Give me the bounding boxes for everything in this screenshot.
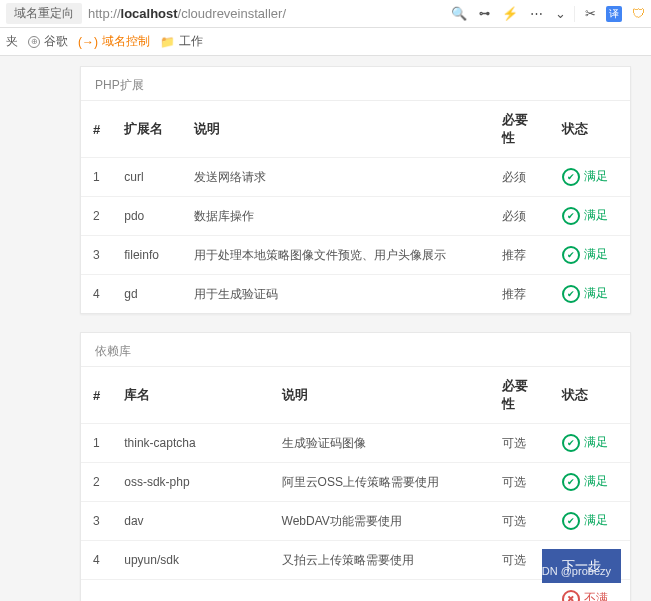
main-content: PHP扩展 # 扩展名 说明 必要性 状态 1curl发送网络请求必须满足2pd… <box>0 56 651 601</box>
cell-index: 3 <box>81 502 112 541</box>
cell-desc: 又拍云上传策略需要使用 <box>270 541 490 580</box>
status-badge: 满足 <box>562 474 608 488</box>
cell-requirement: 可选 <box>490 424 550 463</box>
bookmark-google[interactable]: ⊕谷歌 <box>28 33 68 50</box>
bracket-icon: (→) <box>78 35 98 49</box>
status-badge: 满足 <box>562 286 608 300</box>
cell-desc: WebDAV功能需要使用 <box>270 502 490 541</box>
cell-name: oss-sdk-php <box>112 463 269 502</box>
cell-index: 4 <box>81 275 112 314</box>
address-label: 域名重定向 <box>6 3 82 24</box>
bookmark-item[interactable]: 夹 <box>6 33 18 50</box>
cell-desc: 用于生成验证码 <box>182 275 490 314</box>
cell-status: 满足 <box>550 236 630 275</box>
col-name: 库名 <box>112 367 269 424</box>
cell-name: curl <box>112 158 182 197</box>
cell-name: googleauthenticator <box>112 580 269 602</box>
cell-name: dav <box>112 502 269 541</box>
bookmark-domain[interactable]: (→)域名控制 <box>78 33 150 50</box>
status-badge: 不满足 <box>562 591 608 601</box>
php-extensions-table: # 扩展名 说明 必要性 状态 1curl发送网络请求必须满足2pdo数据库操作… <box>81 100 630 313</box>
status-badge: 满足 <box>562 435 608 449</box>
more-icon[interactable]: ⋯ <box>530 6 543 21</box>
globe-icon: ⊕ <box>28 36 40 48</box>
cell-index: 5 <box>81 580 112 602</box>
browser-address-bar: 域名重定向 http://localhost/cloudreveinstalle… <box>0 0 651 28</box>
shield-icon[interactable]: 🛡 <box>632 6 645 21</box>
table-row: 2pdo数据库操作必须满足 <box>81 197 630 236</box>
cell-desc: 生成验证码图像 <box>270 424 490 463</box>
cell-index: 2 <box>81 197 112 236</box>
cell-desc: 发送网络请求 <box>182 158 490 197</box>
cell-status: 满足 <box>550 502 630 541</box>
cell-index: 4 <box>81 541 112 580</box>
table-header-row: # 库名 说明 必要性 状态 <box>81 367 630 424</box>
cell-index: 2 <box>81 463 112 502</box>
col-desc: 说明 <box>182 101 490 158</box>
table-row: 4gd用于生成验证码推荐满足 <box>81 275 630 314</box>
col-index: # <box>81 367 112 424</box>
folder-icon: 📁 <box>160 35 175 49</box>
table-row: 2oss-sdk-php阿里云OSS上传策略需要使用可选满足 <box>81 463 630 502</box>
extension-icons: ✂ 译 🛡 <box>574 6 645 22</box>
cell-requirement: 可选 <box>490 502 550 541</box>
cell-requirement: 推荐 <box>490 275 550 314</box>
search-icon[interactable]: 🔍 <box>451 6 467 21</box>
status-badge: 满足 <box>562 513 608 527</box>
col-desc: 说明 <box>270 367 490 424</box>
col-name: 扩展名 <box>112 101 182 158</box>
browser-actions: 🔍 ⊶ ⚡ ⋯ ⌄ <box>443 6 574 21</box>
cell-status: 满足 <box>550 463 630 502</box>
chevron-down-icon[interactable]: ⌄ <box>555 6 566 21</box>
cell-index: 1 <box>81 424 112 463</box>
col-index: # <box>81 101 112 158</box>
col-status: 状态 <box>550 101 630 158</box>
cell-name: pdo <box>112 197 182 236</box>
cell-requirement: 可选 <box>490 580 550 602</box>
table-header-row: # 扩展名 说明 必要性 状态 <box>81 101 630 158</box>
cell-index: 3 <box>81 236 112 275</box>
bookmark-work[interactable]: 📁工作 <box>160 33 203 50</box>
cell-status: 满足 <box>550 275 630 314</box>
col-requirement: 必要性 <box>490 101 550 158</box>
cell-requirement: 推荐 <box>490 236 550 275</box>
table-row: 3davWebDAV功能需要使用可选满足 <box>81 502 630 541</box>
cell-requirement: 可选 <box>490 541 550 580</box>
php-extensions-card: PHP扩展 # 扩展名 说明 必要性 状态 1curl发送网络请求必须满足2pd… <box>80 66 631 314</box>
flash-icon[interactable]: ⚡ <box>502 6 518 21</box>
table-row: 3fileinfo用于处理本地策略图像文件预览、用户头像展示推荐满足 <box>81 236 630 275</box>
cell-name: think-captcha <box>112 424 269 463</box>
col-status: 状态 <box>550 367 630 424</box>
cell-desc: 二步验证 <box>270 580 490 602</box>
next-button[interactable]: 下一步 <box>542 549 621 583</box>
cell-index: 1 <box>81 158 112 197</box>
cell-status: 满足 <box>550 197 630 236</box>
status-badge: 满足 <box>562 169 608 183</box>
cell-requirement: 必须 <box>490 197 550 236</box>
cell-name: upyun/sdk <box>112 541 269 580</box>
cell-requirement: 可选 <box>490 463 550 502</box>
table-row: 1think-captcha生成验证码图像可选满足 <box>81 424 630 463</box>
key-icon[interactable]: ⊶ <box>479 7 490 20</box>
cell-desc: 阿里云OSS上传策略需要使用 <box>270 463 490 502</box>
cell-desc: 用于处理本地策略图像文件预览、用户头像展示 <box>182 236 490 275</box>
cell-desc: 数据库操作 <box>182 197 490 236</box>
status-badge: 满足 <box>562 208 608 222</box>
cell-name: fileinfo <box>112 236 182 275</box>
address-url[interactable]: http://localhost/cloudreveinstaller/ <box>88 6 443 21</box>
card-title: PHP扩展 <box>81 67 630 100</box>
col-requirement: 必要性 <box>490 367 550 424</box>
status-badge: 满足 <box>562 247 608 261</box>
translate-icon[interactable]: 译 <box>606 6 622 22</box>
cell-status: 满足 <box>550 424 630 463</box>
cell-name: gd <box>112 275 182 314</box>
cell-requirement: 必须 <box>490 158 550 197</box>
bookmarks-bar: 夹 ⊕谷歌 (→)域名控制 📁工作 <box>0 28 651 56</box>
table-row: 1curl发送网络请求必须满足 <box>81 158 630 197</box>
cell-status: 满足 <box>550 158 630 197</box>
card-title: 依赖库 <box>81 333 630 366</box>
scissors-icon[interactable]: ✂ <box>585 6 596 21</box>
